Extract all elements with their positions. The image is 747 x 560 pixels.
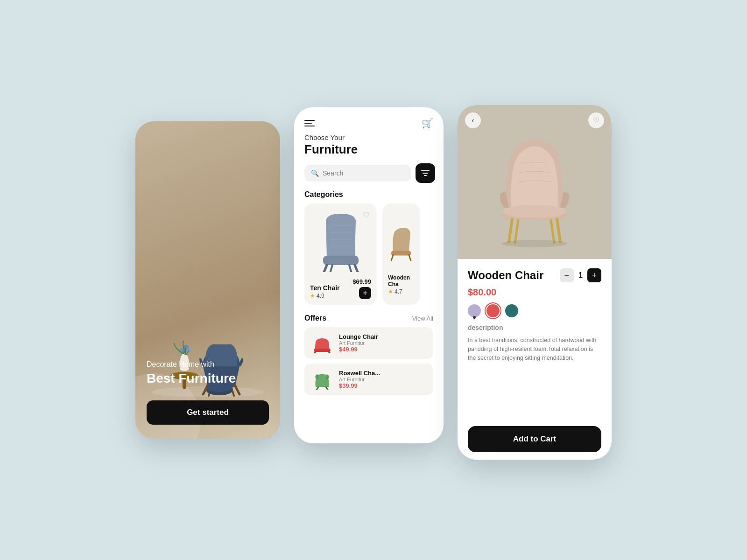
product-chair-illustration — [474, 117, 595, 247]
offer-brand-roswell: Art Furnitur — [339, 377, 427, 382]
cat-rating-value-2: 4.7 — [395, 288, 402, 295]
add-to-cart-button[interactable]: Add to Cart — [468, 426, 601, 452]
onboarding-subtitle: Decorate Home with — [147, 360, 269, 369]
filter-icon — [421, 170, 430, 176]
categories-row: ♡ — [294, 203, 444, 312]
cat-price-1: $69.99 — [352, 278, 371, 285]
search-input[interactable] — [323, 169, 404, 177]
roswell-chair-icon — [312, 369, 332, 390]
categories-title: Categories — [294, 190, 444, 203]
cat-rating-2: ★ 4.7 — [388, 288, 414, 295]
back-button[interactable]: ‹ — [465, 112, 481, 128]
svg-line-29 — [409, 255, 411, 261]
offer-name-lounge: Lounge Chair — [339, 333, 427, 340]
svg-line-31 — [314, 352, 316, 353]
category-card-wooden-chair[interactable]: Wooden Cha ★ 4.7 — [382, 203, 420, 305]
svg-line-36 — [509, 219, 512, 242]
cat-card-image-1: ♡ — [310, 209, 371, 274]
star-icon-2: ★ — [388, 288, 393, 295]
cat-name-1: Ten Chair — [310, 284, 340, 292]
offer-name-roswell: Roswell Cha... — [339, 370, 427, 377]
wooden-chair-illustration-thumb — [388, 214, 414, 270]
browse-title-main: Furniture — [294, 141, 444, 163]
detail-title-row: Wooden Chair − 1 + — [468, 268, 601, 282]
quantity-control: − 1 + — [560, 268, 601, 282]
product-name: Wooden Chair — [468, 269, 543, 282]
offer-price-roswell: $39.99 — [339, 382, 427, 389]
star-icon-1: ★ — [310, 293, 315, 299]
svg-point-40 — [502, 240, 567, 247]
offer-card-lounge[interactable]: Lounge Chair Art Furnitur $49.99 — [304, 327, 433, 359]
offer-price-lounge: $49.99 — [339, 346, 427, 353]
description-label: description — [468, 324, 601, 331]
offer-image-roswell — [311, 368, 333, 391]
cat-name-2: Wooden Cha — [388, 274, 414, 287]
add-to-cart-small-1[interactable]: + — [359, 287, 371, 299]
svg-line-39 — [551, 220, 554, 243]
offer-brand-lounge: Art Furnitur — [339, 340, 427, 346]
wishlist-button-1[interactable]: ♡ — [363, 211, 369, 220]
svg-line-32 — [329, 352, 330, 353]
cat-rating-value-1: 4.9 — [317, 293, 324, 299]
svg-line-22 — [349, 265, 352, 272]
product-price: $80.00 — [468, 287, 601, 298]
color-option-red[interactable] — [486, 304, 500, 317]
ten-chair-illustration — [313, 211, 369, 272]
search-row: 🔍 — [294, 163, 444, 190]
favorite-button[interactable]: ♡ — [588, 112, 604, 128]
quantity-decrease-button[interactable]: − — [560, 268, 574, 282]
browse-title-sub: Choose Your — [294, 133, 444, 141]
phone-product-detail: ‹ ♡ — [458, 105, 612, 460]
color-option-teal[interactable] — [505, 304, 518, 317]
svg-line-37 — [557, 219, 560, 242]
product-image-area: ‹ ♡ — [458, 105, 612, 259]
svg-line-19 — [323, 265, 327, 272]
svg-line-38 — [515, 220, 518, 243]
search-box[interactable]: 🔍 — [304, 165, 411, 182]
svg-line-20 — [355, 265, 359, 272]
quantity-increase-button[interactable]: + — [587, 268, 601, 282]
quantity-value: 1 — [578, 271, 583, 280]
offers-list: Lounge Chair Art Furnitur $49.99 Roswell… — [294, 327, 444, 395]
description-text: In a best trandiions, constructed of har… — [468, 336, 601, 362]
cart-icon[interactable]: 🛒 — [422, 118, 433, 129]
get-started-button[interactable]: Get started — [147, 400, 269, 425]
svg-line-34 — [326, 387, 328, 390]
filter-button[interactable] — [416, 163, 435, 183]
color-option-lavender[interactable] — [468, 304, 481, 317]
cat-card-image-2 — [388, 209, 414, 274]
phone-browse: 🛒 Choose Your Furniture 🔍 Categories ♡ — [294, 107, 444, 443]
svg-line-33 — [317, 387, 318, 390]
product-detail-section: Wooden Chair − 1 + $80.00 description In… — [458, 259, 612, 460]
category-card-ten-chair[interactable]: ♡ — [304, 203, 377, 305]
svg-line-21 — [330, 265, 332, 272]
svg-rect-30 — [314, 349, 331, 352]
menu-icon[interactable] — [304, 120, 315, 126]
svg-rect-27 — [391, 251, 411, 256]
search-icon: 🔍 — [311, 169, 319, 177]
svg-point-35 — [503, 205, 566, 218]
color-selector — [468, 302, 601, 319]
offer-image-lounge — [311, 332, 333, 354]
offers-title: Offers — [304, 314, 326, 322]
lounge-chair-icon — [312, 333, 332, 353]
offers-section-header: Offers View All — [294, 312, 444, 327]
offer-info-lounge: Lounge Chair Art Furnitur $49.99 — [339, 333, 427, 353]
cat-rating-1: ★ 4.9 — [310, 293, 340, 299]
svg-rect-18 — [323, 256, 359, 265]
browse-header: 🛒 — [294, 107, 444, 133]
offer-card-roswell[interactable]: Roswell Cha... Art Furnitur $39.99 — [304, 364, 433, 395]
view-all-button[interactable]: View All — [412, 315, 433, 322]
cat-card-info-1: Ten Chair ★ 4.9 $69.99 + — [310, 278, 371, 299]
onboarding-title: Best Furniture — [147, 371, 269, 386]
svg-line-28 — [391, 255, 393, 261]
offer-info-roswell: Roswell Cha... Art Furnitur $39.99 — [339, 370, 427, 389]
phone-onboarding: Decorate Home with Best Furniture Get st… — [135, 121, 280, 439]
